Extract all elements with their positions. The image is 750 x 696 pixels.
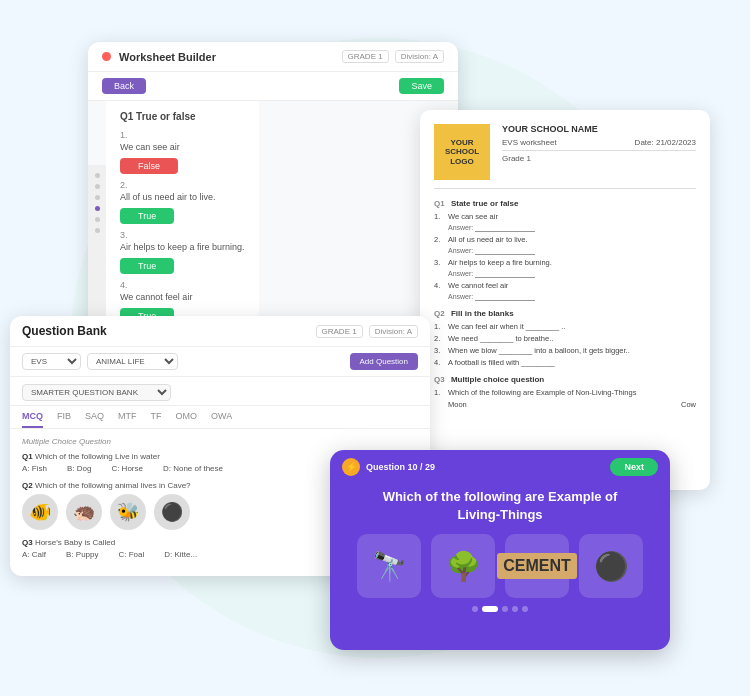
wp-subject: EVS worksheet [502,138,557,147]
qb-option-img-3: 🐝 [110,494,146,530]
qb-option-img-2: 🦔 [66,494,102,530]
qb-grade-badge: GRADE 1 [316,325,363,338]
tab-mcq[interactable]: MCQ [22,406,43,428]
tab-fib[interactable]: FIB [57,406,71,428]
wb-q1-text: We can see air [120,142,245,152]
wb-save-button[interactable]: Save [399,78,444,94]
wb-q2-text: All of us need air to live. [120,192,245,202]
quiz-dot-1 [472,606,478,612]
wb-q1-num: 1. [120,130,245,140]
wp-section-q2: Q2 Fill in the blanks 1.We can feel air … [434,309,696,367]
qb-bank-filter[interactable]: SMARTER QUESTION BANK [22,384,171,401]
wp-section-q3: Q3 Multiple choice question 1.Which of t… [434,375,696,409]
wp-header: YOURSCHOOLLOGO YOUR SCHOOL NAME EVS work… [434,124,696,189]
tab-saq[interactable]: SAQ [85,406,104,428]
wb-q3-num: 3. [120,230,245,240]
quiz-option-3[interactable]: CEMENT [505,534,569,598]
quiz-dot-3 [502,606,508,612]
wb-q2-answer[interactable]: True [120,208,174,224]
wp-q3-title: Multiple choice question [451,375,544,384]
qb-sub-filter: SMARTER QUESTION BANK [10,377,430,406]
wb-q1-answer[interactable]: False [120,158,178,174]
wb-question-label: Q1 True or false [120,111,245,122]
qb-option-img-1: 🐠 [22,494,58,530]
wb-toolbar: Back Save [88,72,458,101]
qb-option-img-4: ⚫ [154,494,190,530]
wb-sidebar-dot-6 [95,228,100,233]
wp-q1-num: Q1 [434,199,445,208]
wp-q1-item1: We can see air [448,212,498,221]
quiz-option-4[interactable]: ⚫ [579,534,643,598]
wp-school-info: YOUR SCHOOL NAME EVS worksheet Date: 21/… [502,124,696,180]
wb-back-button[interactable]: Back [102,78,146,94]
wb-q2-num: 2. [120,180,245,190]
wp-date: Date: 21/02/2023 [635,138,696,147]
wb-q4-num: 4. [120,280,245,290]
wb-window-dot [102,52,111,61]
quiz-dot-5 [522,606,528,612]
wp-q1-item2: All of us need air to live. [448,235,528,244]
wp-q1-item4: We cannot feel air [448,281,508,290]
wb-q3-text: Air helps to keep a fire burning. [120,242,245,252]
school-logo: YOURSCHOOLLOGO [434,124,490,180]
quiz-dot-2 [482,606,498,612]
wp-grade: Grade 1 [502,154,696,163]
wb-header: Worksheet Builder GRADE 1 Division: A [88,42,458,72]
wb-sidebar-dot-1 [95,173,100,178]
wb-sidebar-dot-active [95,206,100,211]
quiz-option-2[interactable]: 🌳 [431,534,495,598]
tab-mtf[interactable]: MTF [118,406,137,428]
wp-q1-title: State true or false [451,199,519,208]
wb-sidebar-dot-5 [95,217,100,222]
wb-q4-text: We cannot feel air [120,292,245,302]
wb-q3-answer[interactable]: True [120,258,174,274]
worksheet-preview-panel: YOURSCHOOLLOGO YOUR SCHOOL NAME EVS work… [420,110,710,490]
wp-q2-title: Fill in the blanks [451,309,514,318]
quiz-progress-icon: ⚡ [342,458,360,476]
quiz-question-text: Which of the following are Example ofLiv… [330,484,670,534]
worksheet-builder-panel: Worksheet Builder GRADE 1 Division: A Ba… [88,42,458,362]
wp-school-name: YOUR SCHOOL NAME [502,124,696,134]
qb-title: Question Bank [22,324,107,338]
quiz-options: 🔭 🌳 CEMENT ⚫ [330,534,670,598]
quiz-progress-text: Question 10 / 29 [366,462,435,472]
qb-division-badge: Division: A [369,325,418,338]
qb-filters: EVS ANIMAL LIFE Add Question [10,347,430,377]
wb-title: Worksheet Builder [119,51,216,63]
qb-subject-filter[interactable]: EVS [22,353,81,370]
wb-grade-badge: GRADE 1 [342,50,389,63]
wp-section-q1: Q1 State true or false 1.We can see air … [434,199,696,301]
wb-division-badge: Division: A [395,50,444,63]
qb-topic-filter[interactable]: ANIMAL LIFE [87,353,178,370]
quiz-next-button[interactable]: Next [610,458,658,476]
tab-omo[interactable]: OMO [176,406,198,428]
quiz-dot-4 [512,606,518,612]
quiz-option-1[interactable]: 🔭 [357,534,421,598]
quiz-progress: ⚡ Question 10 / 29 [342,458,435,476]
qb-tabs: MCQ FIB SAQ MTF TF OMO OWA [10,406,430,429]
quiz-panel: ⚡ Question 10 / 29 Next Which of the fol… [330,450,670,650]
wp-q1-item3: Air helps to keep a fire burning. [448,258,552,267]
wp-q2-sec-num: Q2 [434,309,445,318]
wb-sidebar-dot-2 [95,184,100,189]
qb-header: Question Bank GRADE 1 Division: A [10,316,430,347]
qb-section-label: Multiple Choice Question [22,437,418,446]
quiz-progress-dots [330,598,670,616]
wb-sidebar-dot-3 [95,195,100,200]
tab-owa[interactable]: OWA [211,406,232,428]
quiz-header: ⚡ Question 10 / 29 Next [330,450,670,484]
tab-tf[interactable]: TF [151,406,162,428]
wp-q3-sec-num: Q3 [434,375,445,384]
add-question-button[interactable]: Add Question [350,353,418,370]
